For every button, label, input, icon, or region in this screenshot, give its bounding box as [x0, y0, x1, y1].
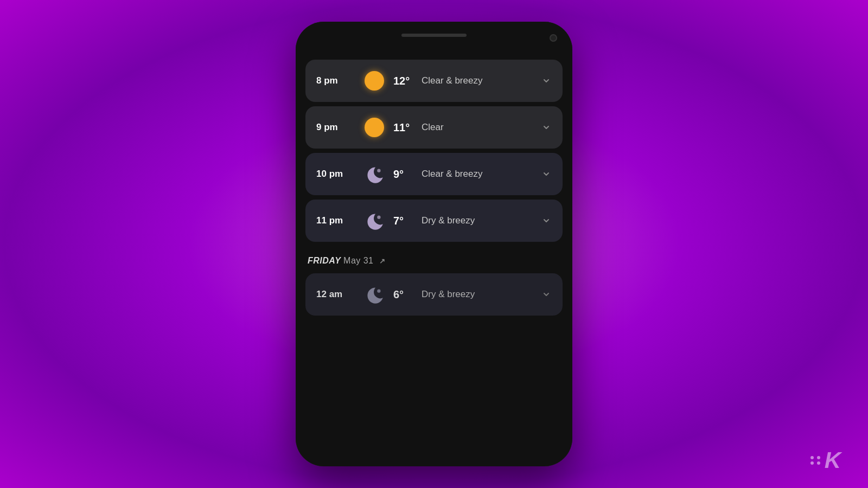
- condition-12am: Dry & breezy: [422, 289, 541, 300]
- moon-icon-10pm: [363, 163, 386, 185]
- chevron-8pm: [541, 75, 552, 86]
- svg-point-1: [377, 216, 380, 219]
- temp-11pm: 7°: [393, 215, 422, 227]
- watermark-dots: [810, 456, 821, 465]
- temp-8pm: 12°: [393, 75, 422, 87]
- weather-row-12am[interactable]: 12 am 6° Dry & breezy: [305, 273, 563, 316]
- temp-12am: 6°: [393, 288, 422, 301]
- chevron-10pm: [541, 169, 552, 179]
- weather-row-8pm[interactable]: 8 pm 12° Clear & breezy: [305, 60, 563, 102]
- moon-icon-11pm: [363, 209, 386, 232]
- svg-point-0: [377, 169, 380, 172]
- chevron-9pm: [541, 122, 552, 133]
- time-8pm: 8 pm: [316, 75, 355, 86]
- phone-camera: [550, 34, 557, 42]
- condition-9pm: Clear: [422, 122, 541, 133]
- watermark-letter: K: [825, 449, 841, 472]
- condition-11pm: Dry & breezy: [422, 215, 541, 226]
- condition-10pm: Clear & breezy: [422, 169, 541, 179]
- temp-10pm: 9°: [393, 168, 422, 181]
- phone-content: 8 pm 12° Clear & breezy 9 pm 11° Clear: [296, 54, 572, 466]
- section-header-friday: FRIDAY May 31 ↗: [305, 246, 563, 269]
- condition-8pm: Clear & breezy: [422, 75, 541, 86]
- temp-9pm: 11°: [393, 121, 422, 134]
- time-9pm: 9 pm: [316, 122, 355, 133]
- chevron-12am: [541, 289, 552, 300]
- watermark: K: [810, 449, 841, 472]
- expand-icon: ↗: [379, 257, 386, 265]
- phone-notch: [401, 34, 467, 37]
- phone-frame: 8 pm 12° Clear & breezy 9 pm 11° Clear: [296, 22, 572, 466]
- section-day-label: FRIDAY May 31 ↗: [308, 256, 386, 265]
- time-11pm: 11 pm: [316, 215, 355, 226]
- weather-row-9pm[interactable]: 9 pm 11° Clear: [305, 106, 563, 149]
- time-12am: 12 am: [316, 289, 355, 300]
- weather-row-11pm[interactable]: 11 pm 7° Dry & breezy: [305, 200, 563, 242]
- svg-point-2: [377, 290, 380, 293]
- chevron-11pm: [541, 215, 552, 226]
- moon-icon-12am: [363, 283, 386, 306]
- phone-top-bar: [296, 22, 572, 54]
- sun-icon-8pm: [363, 69, 386, 92]
- sun-icon-9pm: [363, 116, 386, 139]
- time-10pm: 10 pm: [316, 169, 355, 179]
- weather-row-10pm[interactable]: 10 pm 9° Clear & breezy: [305, 153, 563, 195]
